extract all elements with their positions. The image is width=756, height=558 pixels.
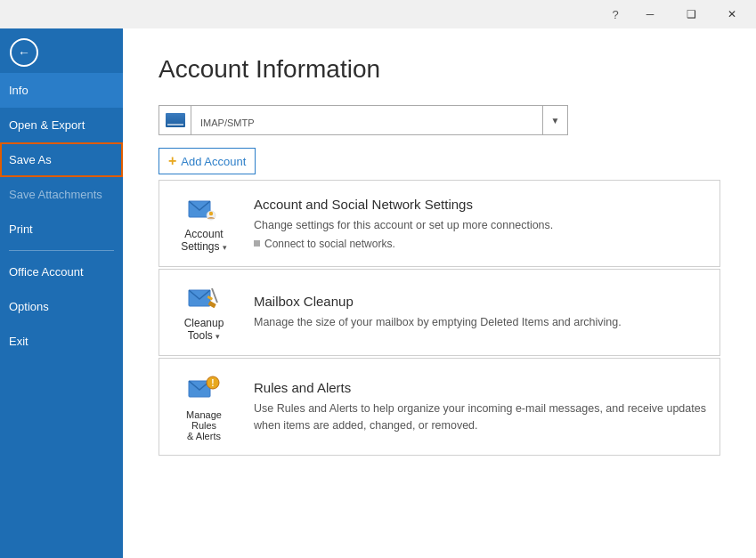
bullet-icon (254, 240, 260, 247)
svg-line-6 (212, 288, 217, 303)
account-selector-row: IMAP/SMTP ▼ (159, 105, 720, 135)
cards-container: Account Settings ▾ Account and Social Ne… (159, 180, 720, 456)
account-settings-button[interactable]: Account Settings ▾ (168, 190, 240, 257)
cleanup-tools-button[interactable]: Cleanup Tools ▾ (168, 279, 240, 346)
manage-rules-content: Rules and Alerts Use Rules and Alerts to… (254, 380, 711, 434)
close-button[interactable]: ✕ (711, 0, 752, 28)
svg-point-2 (209, 212, 213, 215)
cleanup-tools-title: Mailbox Cleanup (254, 294, 711, 309)
manage-rules-icon: ! (187, 372, 221, 406)
manage-rules-title: Rules and Alerts (254, 380, 711, 395)
sidebar-item-options[interactable]: Options (0, 289, 123, 324)
title-bar: ? ─ ❑ ✕ (0, 0, 756, 28)
account-icon (159, 106, 191, 134)
account-settings-desc: Change settings for this account or set … (254, 217, 711, 234)
sidebar-item-print[interactable]: Print (0, 212, 123, 247)
sidebar-item-save-as[interactable]: Save As (0, 142, 123, 177)
manage-rules-desc: Use Rules and Alerts to help organize yo… (254, 400, 711, 434)
sidebar-item-exit[interactable]: Exit (0, 324, 123, 359)
cleanup-tools-card: Cleanup Tools ▾ Mailbox Cleanup Manage t… (159, 269, 720, 356)
page-title: Account Information (159, 55, 720, 84)
sidebar-divider (9, 250, 114, 251)
sidebar-item-office-account[interactable]: Office Account (0, 255, 123, 289)
cleanup-tools-icon (187, 283, 221, 313)
sidebar-item-info[interactable]: Info (0, 73, 123, 108)
sidebar-item-open-export[interactable]: Open & Export (0, 108, 123, 142)
main-content: Account Information IMAP/SMTP ▼ + Add Ac… (123, 28, 756, 558)
help-button[interactable]: ? (601, 0, 630, 28)
account-icon-inner (166, 113, 185, 127)
account-settings-label: Account Settings ▾ (173, 228, 235, 253)
manage-rules-card: ! Manage Rules & Alerts Rules and Alerts… (159, 358, 720, 456)
account-settings-title: Account and Social Network Settings (254, 197, 711, 212)
back-circle-icon: ← (10, 38, 38, 67)
sidebar: ← Info Open & Export Save As Save Attach… (0, 28, 123, 558)
account-dropdown[interactable]: IMAP/SMTP ▼ (159, 105, 568, 135)
back-button[interactable]: ← (4, 32, 45, 73)
plus-icon: + (168, 153, 176, 169)
cleanup-tools-content: Mailbox Cleanup Manage the size of your … (254, 294, 711, 331)
cleanup-tools-desc: Manage the size of your mailbox by empty… (254, 314, 711, 331)
account-settings-card: Account Settings ▾ Account and Social Ne… (159, 180, 720, 267)
restore-button[interactable]: ❑ (671, 0, 711, 28)
svg-text:!: ! (211, 378, 214, 388)
account-settings-icon (187, 194, 221, 224)
add-account-label: Add Account (181, 155, 246, 168)
add-account-button[interactable]: + Add Account (159, 148, 256, 174)
sidebar-item-save-attachments: Save Attachments (0, 177, 123, 212)
cleanup-tools-label: Cleanup Tools ▾ (173, 317, 235, 342)
dropdown-arrow-icon: ▼ (542, 106, 567, 134)
manage-rules-button[interactable]: ! Manage Rules & Alerts (168, 368, 240, 446)
account-subtext: IMAP/SMTP (200, 117, 533, 128)
account-settings-content: Account and Social Network Settings Chan… (254, 197, 711, 250)
minimize-button[interactable]: ─ (630, 0, 671, 28)
app-body: ← Info Open & Export Save As Save Attach… (0, 28, 756, 558)
account-settings-link: Connect to social networks. (254, 238, 711, 250)
manage-rules-label: Manage Rules & Alerts (173, 409, 235, 441)
